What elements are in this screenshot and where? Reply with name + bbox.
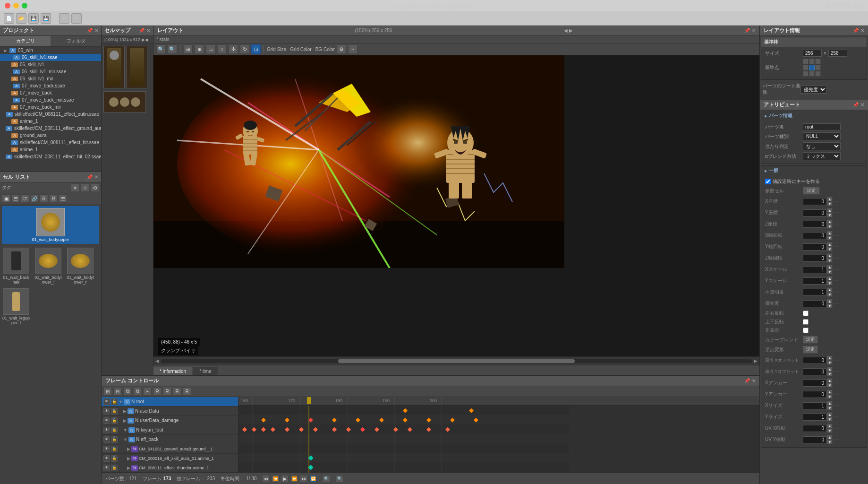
save-button[interactable]: 💾 [28, 13, 39, 24]
undo-button[interactable]: ↩ [59, 13, 69, 24]
canvas-scrollbar[interactable]: ◀ ▶ [153, 356, 759, 365]
origin-y-down[interactable]: ▼ [827, 372, 833, 376]
project-close[interactable]: ✕ [94, 28, 98, 33]
tree-item-ssae3[interactable]: A 07_move_back.ssae [0, 82, 101, 89]
priority-up[interactable]: ▲ [827, 299, 833, 303]
move-tool[interactable]: ✛ [229, 44, 238, 54]
origin-y-slider[interactable] [834, 371, 839, 372]
parts-name-input[interactable] [803, 123, 841, 130]
step-back[interactable]: ⏪ [272, 475, 279, 483]
zrot-down[interactable]: ▼ [827, 258, 833, 263]
frame-close[interactable]: ✕ [752, 378, 756, 383]
project-pin[interactable]: 📌 [87, 28, 93, 33]
origin-x-down[interactable]: ▼ [827, 360, 833, 365]
opacity-down[interactable]: ▼ [827, 292, 833, 297]
track-cm1[interactable]: 👁 🔒 ▶ % CM_041051_ground_auraB:ground__1 [102, 444, 238, 454]
track-lock-5[interactable]: 🔒 [111, 446, 118, 452]
track-lock-1[interactable]: 🔒 [111, 408, 118, 415]
cel-list-view1[interactable]: ▣ [2, 194, 10, 203]
priority-input[interactable] [803, 300, 826, 307]
x-down[interactable]: ▼ [827, 201, 833, 206]
go-end[interactable]: ⏭ [300, 475, 307, 483]
layout-close[interactable]: ✕ [752, 28, 756, 33]
frame-r3[interactable]: R [173, 387, 181, 396]
cel-list-view2[interactable]: ☰ [11, 194, 20, 203]
yscale-down[interactable]: ▼ [827, 281, 833, 285]
tree-item[interactable]: ▶ A 05_win [0, 47, 101, 54]
size-w-input[interactable] [803, 50, 822, 57]
scroll-track[interactable] [161, 359, 752, 363]
save-all-button[interactable]: 💾 [41, 13, 51, 24]
track-eye[interactable]: 👁 [103, 398, 110, 405]
tree-item-ssae5[interactable]: A skilleffect/CM_008111_effect_outin.ssa… [0, 111, 101, 118]
y-up[interactable]: ▲ [827, 208, 833, 213]
track-userdata-damage[interactable]: 👁 🔒 ▶ N N userData_damage [102, 416, 238, 425]
yrot-down[interactable]: ▼ [827, 247, 833, 251]
track-cm3[interactable]: 👁 🔒 ▶ % CM_008111_effect_thunder:anime_1 [102, 463, 238, 473]
layout-pin[interactable]: 📌 [744, 28, 750, 33]
flip-h-checkbox[interactable] [803, 311, 808, 316]
tree-item-anim3[interactable]: A 07_move_back [0, 89, 101, 96]
anchor-mr[interactable] [815, 65, 821, 70]
frame-cut[interactable]: ✂ [143, 387, 152, 396]
x-up[interactable]: ▲ [827, 197, 833, 201]
yrot-up[interactable]: ▲ [827, 242, 833, 247]
sizex-slider[interactable] [834, 405, 839, 406]
anchor-bl[interactable] [803, 71, 808, 77]
anchor-x-input[interactable] [803, 380, 826, 387]
sort-select[interactable]: 優先度 [800, 86, 827, 94]
frame-paste[interactable]: ⧉ [133, 387, 142, 396]
track-kiiyun[interactable]: 👁 🔒 ▼ N N kiiyun_foot [102, 425, 238, 435]
z-up[interactable]: ▲ [827, 219, 833, 224]
opacity-input[interactable] [803, 289, 826, 296]
sprite-2[interactable] [126, 46, 147, 88]
origin-x-slider[interactable] [834, 360, 839, 361]
origin-y-up[interactable]: ▲ [827, 367, 833, 372]
opacity-up[interactable]: ▲ [827, 287, 833, 292]
circle-tool[interactable]: ○ [217, 44, 227, 54]
frame-r2[interactable]: R [163, 387, 171, 396]
tree-item-ssae6[interactable]: A skilleffect/CM_008111_effect_ground_au… [0, 125, 101, 132]
tab-category[interactable]: カテゴリ [0, 36, 51, 46]
xscale-down[interactable]: ▼ [827, 269, 833, 274]
track-eye-7[interactable]: 👁 [103, 465, 110, 471]
track-userdata[interactable]: 👁 🔒 ▶ N N userData [102, 406, 238, 416]
sizey-slider[interactable] [834, 416, 839, 417]
priority-slider[interactable] [834, 303, 839, 304]
parts-info-toggle[interactable]: ● パーツ情報 [761, 111, 867, 121]
info-pin[interactable]: 📌 [853, 28, 859, 33]
zrot-slider[interactable] [834, 258, 839, 259]
uvx-input[interactable] [803, 425, 826, 432]
color-blend-button[interactable]: 設定 [803, 336, 818, 344]
tree-item-ssae1[interactable]: A 06_skill_lv1.ssae [0, 54, 101, 61]
scroll-left[interactable]: ◀ [155, 358, 159, 363]
uvy-down[interactable]: ▼ [827, 440, 833, 444]
xscale-up[interactable]: ▲ [827, 265, 833, 269]
rotate-tool[interactable]: ↻ [240, 44, 249, 54]
y-input[interactable] [803, 209, 826, 216]
info-close[interactable]: ✕ [860, 28, 864, 33]
track-effback[interactable]: 👁 🔒 ▼ N N eff_back [102, 435, 238, 444]
scroll-right[interactable]: ▶ [754, 358, 757, 363]
zoom-out-time[interactable]: 🔍 [336, 475, 343, 483]
step-forward[interactable]: ⏩ [290, 475, 298, 483]
y-down[interactable]: ▼ [827, 213, 833, 217]
flip-v-checkbox[interactable] [803, 319, 808, 325]
cel-list-pin[interactable]: 📌 [87, 174, 93, 180]
track-cm2[interactable]: 👁 🔒 ▶ % CM_000019_eff_skill_aura_01:anim… [102, 454, 238, 463]
attr-pin[interactable]: 📌 [853, 102, 859, 107]
zrot-input[interactable] [803, 255, 826, 262]
frame-add[interactable]: ⊞ [103, 387, 112, 396]
alpha-blend-select[interactable]: ミックス [803, 152, 841, 160]
general-toggle[interactable]: ● 一般 [761, 166, 867, 175]
tag-delete[interactable]: ✕ [71, 183, 79, 192]
extra-tool[interactable]: ~ [348, 44, 357, 54]
new-button[interactable]: 📄 [4, 13, 14, 24]
uvx-up[interactable]: ▲ [827, 424, 833, 428]
cel-map-close[interactable]: ✕ [146, 28, 150, 33]
frame-copy[interactable]: ⧉ [123, 387, 132, 396]
cel-shield[interactable]: 🛡 [21, 194, 29, 203]
yrot-slider[interactable] [834, 246, 839, 247]
track-lock-4[interactable]: 🔒 [111, 436, 118, 443]
ref-cel-button[interactable]: 設定 [803, 187, 820, 195]
